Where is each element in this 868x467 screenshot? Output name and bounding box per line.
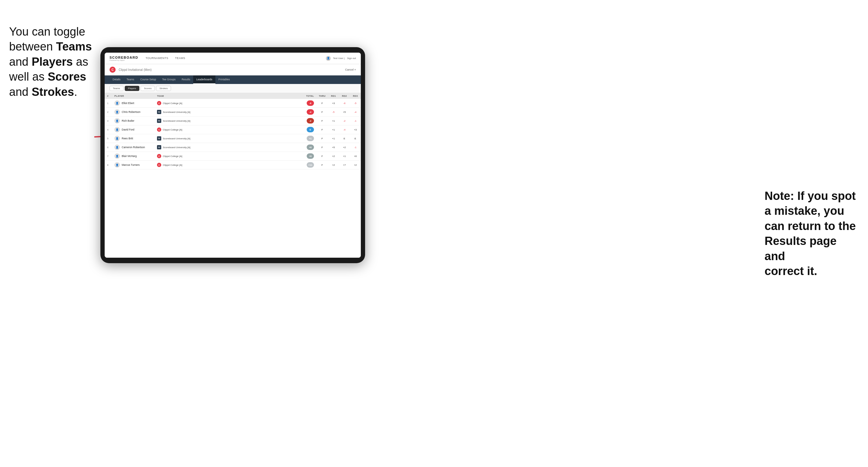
tab-details[interactable]: Details [110, 75, 124, 84]
logo-text: SCOREBOARD [110, 56, 138, 59]
rd1-cell: +1 [328, 134, 339, 143]
user-icon: 👤 [326, 56, 331, 61]
team-logo: C [157, 163, 161, 167]
player-avatar: 👤 [114, 109, 120, 115]
col-total: TOTAL [298, 93, 316, 99]
score-badge: +1 [307, 136, 314, 141]
col-thru: THRU [316, 93, 328, 99]
rd1-cell: -5 [328, 108, 339, 117]
rd3-cell: E [350, 134, 361, 143]
team-cell: CClippd College [A] [155, 152, 298, 161]
table-row: 2👤Chris RobertsonSUScoreboard University… [105, 108, 361, 117]
total-cell: -4 [298, 108, 316, 117]
score-badge: +6 [307, 145, 314, 150]
team-cell: SUScoreboard University [A] [155, 117, 298, 125]
rank-cell: 8 [105, 161, 112, 169]
score-badge: +11 [307, 162, 314, 168]
rd2-cell: +5 [339, 108, 350, 117]
player-avatar: 👤 [114, 153, 120, 159]
team-cell: CClippd College [A] [155, 161, 298, 169]
rank-cell: 5 [105, 134, 112, 143]
top-nav-right: 👤 Test User | Sign out [326, 56, 356, 61]
player-cell: 👤Marcus Turners [112, 161, 155, 169]
score-badge: E [307, 127, 314, 132]
thru-cell: F [316, 161, 328, 169]
player-cell: 👤Blair McHarg [112, 152, 155, 161]
player-name: Marcus Turners [122, 163, 140, 166]
rd1-cell: +2 [328, 161, 339, 169]
player-cell: 👤Elliot Ebert [112, 99, 155, 108]
powered-by: Powered by clippd [110, 59, 138, 61]
thru-cell: F [316, 143, 328, 152]
team-logo: C [157, 127, 161, 132]
player-avatar: 👤 [114, 136, 120, 141]
table-row: 4👤David FordCClippd College [A]EF+1-4+3 [105, 125, 361, 134]
tab-teams[interactable]: Teams [124, 75, 137, 84]
total-cell: -2 [298, 117, 316, 125]
scoreboard-logo: SCOREBOARD Powered by clippd [110, 56, 138, 61]
rd1-cell: +1 [328, 125, 339, 134]
nav-tournaments[interactable]: TOURNAMENTS [144, 57, 169, 60]
tab-printables[interactable]: Printables [215, 75, 233, 84]
rd3-cell: +3 [350, 125, 361, 134]
team-logo: SU [157, 145, 161, 149]
col-rank: # [105, 93, 112, 99]
team-logo: SU [157, 110, 161, 114]
team-name: Scoreboard University [A] [163, 120, 190, 122]
tab-course-setup[interactable]: Course Setup [137, 75, 159, 84]
tournament-logo-c: C [110, 67, 116, 73]
user-name: Test User | [333, 57, 345, 60]
rd3-cell: -4 [350, 108, 361, 117]
rd2-cell: +1 [339, 152, 350, 161]
col-player: PLAYER [112, 93, 155, 99]
thru-cell: F [316, 99, 328, 108]
player-name: Blair McHarg [122, 155, 136, 158]
player-avatar: 👤 [114, 127, 120, 132]
right-annotation: Note: If you spot a mistake, you can ret… [765, 189, 859, 279]
tablet-screen: SCOREBOARD Powered by clippd TOURNAMENTS… [105, 53, 361, 258]
team-name: Clippd College [A] [163, 164, 182, 166]
score-badge: -8 [307, 100, 314, 106]
table-row: 1👤Elliot EbertCClippd College [A]-8F+3-6… [105, 99, 361, 108]
rd1-cell: +1 [328, 117, 339, 125]
rd3-cell: -5 [350, 99, 361, 108]
thru-cell: F [316, 152, 328, 161]
player-name: Elliot Ebert [122, 102, 134, 105]
player-cell: 👤Chris Robertson [112, 108, 155, 117]
team-name: Scoreboard University [A] [163, 137, 190, 140]
team-name: Scoreboard University [A] [163, 111, 190, 114]
player-avatar: 👤 [114, 145, 120, 150]
team-name: Scoreboard University [A] [163, 146, 190, 149]
sign-out[interactable]: Sign out [347, 57, 356, 60]
tournament-header: C Clippd Invitational (Men) Cancel × [105, 64, 361, 75]
sub-tab-strokes[interactable]: Strokes [156, 86, 171, 91]
rd1-cell: +5 [328, 143, 339, 152]
team-cell: CClippd College [A] [155, 125, 298, 134]
top-nav: SCOREBOARD Powered by clippd TOURNAMENTS… [105, 53, 361, 64]
rd2-cell: -6 [339, 99, 350, 108]
player-cell: 👤Rich Butler [112, 117, 155, 125]
cancel-button[interactable]: Cancel × [345, 68, 356, 71]
player-name: David Ford [122, 128, 134, 131]
sub-tab-teams[interactable]: Teams [110, 86, 124, 91]
team-cell: SUScoreboard University [A] [155, 143, 298, 152]
player-avatar: 👤 [114, 100, 120, 106]
team-cell: CClippd College [A] [155, 99, 298, 108]
tablet-frame: SCOREBOARD Powered by clippd TOURNAMENTS… [100, 47, 365, 263]
tab-leaderboards[interactable]: Leaderboards [193, 75, 215, 84]
rd3-cell: +2 [350, 161, 361, 169]
col-team: TEAM [155, 93, 298, 99]
nav-teams[interactable]: TEAMS [174, 57, 186, 60]
player-name: Rees Britt [122, 137, 133, 140]
team-logo: C [157, 154, 161, 158]
player-cell: 👤Rees Britt [112, 134, 155, 143]
team-cell: SUScoreboard University [A] [155, 134, 298, 143]
players-table: # PLAYER TEAM TOTAL THRU RD1 RD2 RD3 1👤E… [105, 93, 361, 169]
rd1-cell: +3 [328, 99, 339, 108]
tab-results[interactable]: Results [179, 75, 193, 84]
sub-tab-scores[interactable]: Scores [141, 86, 155, 91]
tab-tee-groups[interactable]: Tee Groups [159, 75, 179, 84]
table-row: 3👤Rich ButlerSUScoreboard University [A]… [105, 117, 361, 125]
sub-tab-players[interactable]: Players [125, 86, 140, 91]
team-name: Clippd College [A] [163, 102, 182, 105]
